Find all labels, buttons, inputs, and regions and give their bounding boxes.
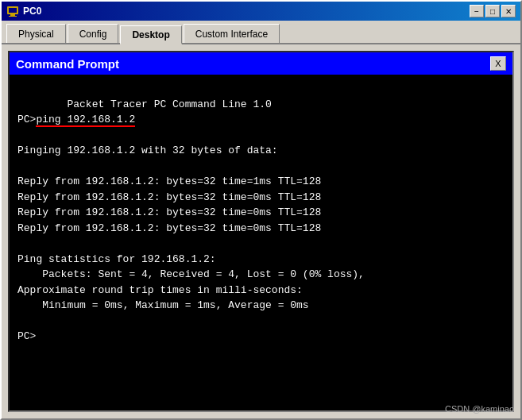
svg-rect-3 [9,16,17,17]
tab-custom-interface[interactable]: Custom Interface [184,24,280,43]
cmd-blank-3 [17,237,24,249]
tab-config[interactable]: Config [68,24,119,43]
cmd-reply-2: Reply from 192.168.1.2: bytes=32 time=0m… [17,191,321,203]
cmd-blank-1 [17,129,24,141]
computer-icon [6,5,19,17]
window-title: PC0 [23,6,41,17]
cmd-line-2: PC> [17,114,36,125]
cmd-ping-line: ping 192.168.1.2 [36,114,135,127]
cmd-stats-header: Ping statistics for 192.168.1.2: [17,253,216,265]
maximize-button[interactable]: □ [485,5,500,17]
cmd-prompt: PC> [17,330,36,342]
cmd-blank-2 [17,160,24,172]
cmd-title: Command Prompt [16,57,119,71]
main-window: PC0 − □ ✕ Physical Config Desktop Custom… [0,0,522,420]
ping-command: ping 192.168.1.2 [36,114,135,127]
watermark: CSDN @kaminao [445,404,514,414]
cmd-reply-4: Reply from 192.168.1.2: bytes=32 time=0m… [17,222,321,234]
cmd-reply-1: Reply from 192.168.1.2: bytes=32 time=1m… [17,175,321,187]
title-bar-left: PC0 [6,5,41,17]
close-button[interactable]: ✕ [501,5,516,17]
minimize-button[interactable]: − [470,5,484,17]
content-area: Command Prompt X Packet Tracer PC Comman… [2,44,520,418]
title-controls: − □ ✕ [470,5,516,17]
tab-bar: Physical Config Desktop Custom Interface [2,21,520,44]
cmd-title-bar: Command Prompt X [10,52,512,75]
cmd-blank-4 [17,315,24,327]
cmd-stats-approx: Approximate round trip times in milli-se… [17,284,303,296]
command-prompt-window: Command Prompt X Packet Tracer PC Comman… [8,51,514,412]
tab-physical[interactable]: Physical [6,24,66,43]
cmd-line-4: Pinging 192.168.1.2 with 32 bytes of dat… [17,144,278,156]
cmd-stats-packets: Packets: Sent = 4, Received = 4, Lost = … [17,268,365,280]
cmd-line-1: Packet Tracer PC Command Line 1.0 [67,98,271,110]
svg-rect-1 [9,8,17,13]
cmd-reply-3: Reply from 192.168.1.2: bytes=32 time=0m… [17,206,321,218]
cmd-body[interactable]: Packet Tracer PC Command Line 1.0 PC>pin… [10,75,512,410]
svg-rect-2 [10,14,15,16]
cmd-stats-minmax: Minimum = 0ms, Maximum = 1ms, Average = … [17,299,309,311]
cmd-close-button[interactable]: X [490,56,506,71]
tab-desktop[interactable]: Desktop [120,25,181,44]
title-bar: PC0 − □ ✕ [2,2,520,21]
